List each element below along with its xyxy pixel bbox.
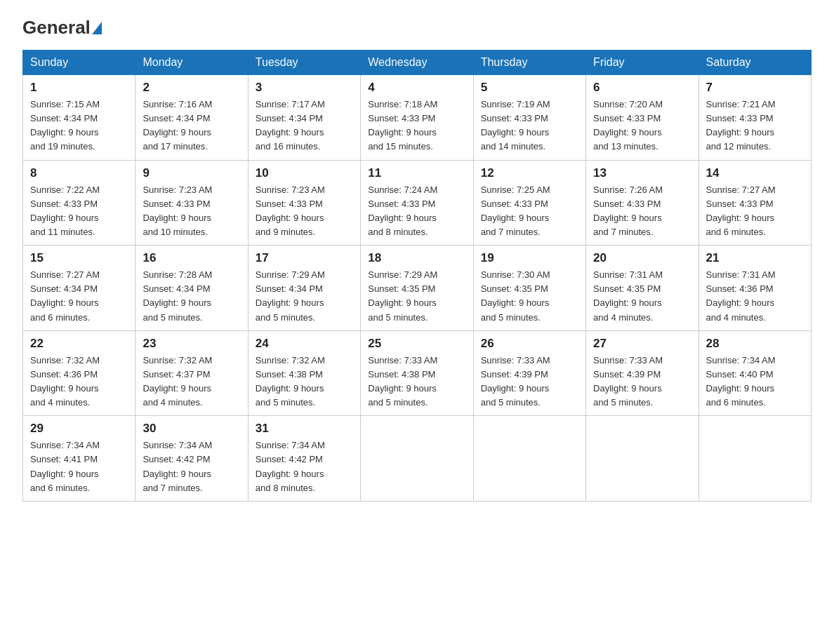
day-number: 25 xyxy=(368,337,465,351)
day-info: Sunrise: 7:23 AMSunset: 4:33 PMDaylight:… xyxy=(256,183,353,240)
day-number: 7 xyxy=(706,81,804,95)
calendar-cell xyxy=(473,416,585,502)
calendar-week-row: 29Sunrise: 7:34 AMSunset: 4:41 PMDayligh… xyxy=(23,416,812,502)
calendar-cell: 20Sunrise: 7:31 AMSunset: 4:35 PMDayligh… xyxy=(586,246,699,331)
calendar-table: SundayMondayTuesdayWednesdayThursdayFrid… xyxy=(22,50,812,502)
calendar-cell: 13Sunrise: 7:26 AMSunset: 4:33 PMDayligh… xyxy=(586,160,699,246)
calendar-cell: 25Sunrise: 7:33 AMSunset: 4:38 PMDayligh… xyxy=(361,330,473,416)
calendar-cell: 27Sunrise: 7:33 AMSunset: 4:39 PMDayligh… xyxy=(586,330,699,416)
calendar-cell xyxy=(699,416,811,502)
day-info: Sunrise: 7:18 AMSunset: 4:33 PMDaylight:… xyxy=(368,98,465,154)
day-info: Sunrise: 7:33 AMSunset: 4:39 PMDaylight:… xyxy=(481,354,578,410)
day-number: 29 xyxy=(30,422,128,436)
day-info: Sunrise: 7:27 AMSunset: 4:34 PMDaylight:… xyxy=(30,268,128,325)
day-number: 3 xyxy=(256,81,353,95)
calendar-cell: 18Sunrise: 7:29 AMSunset: 4:35 PMDayligh… xyxy=(361,246,473,331)
calendar-cell: 24Sunrise: 7:32 AMSunset: 4:38 PMDayligh… xyxy=(248,330,360,416)
day-info: Sunrise: 7:32 AMSunset: 4:38 PMDaylight:… xyxy=(256,354,353,410)
day-info: Sunrise: 7:34 AMSunset: 4:42 PMDaylight:… xyxy=(256,438,353,495)
day-number: 2 xyxy=(143,81,240,95)
day-info: Sunrise: 7:34 AMSunset: 4:41 PMDaylight:… xyxy=(30,438,128,495)
day-number: 20 xyxy=(593,251,691,265)
calendar-cell: 8Sunrise: 7:22 AMSunset: 4:33 PMDaylight… xyxy=(23,160,135,246)
calendar-cell: 3Sunrise: 7:17 AMSunset: 4:34 PMDaylight… xyxy=(248,75,360,161)
day-number: 16 xyxy=(143,251,240,265)
day-header-monday: Monday xyxy=(135,51,248,75)
day-info: Sunrise: 7:34 AMSunset: 4:42 PMDaylight:… xyxy=(143,438,240,495)
day-header-tuesday: Tuesday xyxy=(248,51,360,75)
logo-arrow-icon xyxy=(92,22,102,34)
day-number: 17 xyxy=(256,251,353,265)
day-number: 10 xyxy=(256,166,353,180)
calendar-cell: 7Sunrise: 7:21 AMSunset: 4:33 PMDaylight… xyxy=(699,75,811,161)
calendar-cell: 16Sunrise: 7:28 AMSunset: 4:34 PMDayligh… xyxy=(135,246,248,331)
day-info: Sunrise: 7:19 AMSunset: 4:33 PMDaylight:… xyxy=(481,98,578,154)
day-number: 31 xyxy=(256,422,353,436)
calendar-cell xyxy=(361,416,473,502)
day-number: 4 xyxy=(368,81,465,95)
day-header-thursday: Thursday xyxy=(473,51,585,75)
day-number: 22 xyxy=(30,337,128,351)
day-header-wednesday: Wednesday xyxy=(361,51,473,75)
day-number: 19 xyxy=(481,251,578,265)
day-number: 15 xyxy=(30,251,128,265)
calendar-header-row: SundayMondayTuesdayWednesdayThursdayFrid… xyxy=(23,51,812,75)
calendar-cell: 12Sunrise: 7:25 AMSunset: 4:33 PMDayligh… xyxy=(473,160,585,246)
calendar-cell: 1Sunrise: 7:15 AMSunset: 4:34 PMDaylight… xyxy=(23,75,135,161)
calendar-cell: 26Sunrise: 7:33 AMSunset: 4:39 PMDayligh… xyxy=(473,330,585,416)
day-info: Sunrise: 7:33 AMSunset: 4:38 PMDaylight:… xyxy=(368,354,465,410)
calendar-cell: 10Sunrise: 7:23 AMSunset: 4:33 PMDayligh… xyxy=(248,160,360,246)
day-number: 1 xyxy=(30,81,128,95)
day-info: Sunrise: 7:29 AMSunset: 4:34 PMDaylight:… xyxy=(256,268,353,325)
day-number: 6 xyxy=(593,81,691,95)
calendar-cell: 2Sunrise: 7:16 AMSunset: 4:34 PMDaylight… xyxy=(135,75,248,161)
logo-general-text: General xyxy=(22,17,103,39)
day-info: Sunrise: 7:20 AMSunset: 4:33 PMDaylight:… xyxy=(593,98,691,154)
calendar-cell: 19Sunrise: 7:30 AMSunset: 4:35 PMDayligh… xyxy=(473,246,585,331)
day-number: 24 xyxy=(256,337,353,351)
calendar-cell: 30Sunrise: 7:34 AMSunset: 4:42 PMDayligh… xyxy=(135,416,248,502)
day-number: 13 xyxy=(593,166,691,180)
day-info: Sunrise: 7:32 AMSunset: 4:37 PMDaylight:… xyxy=(143,354,240,410)
day-info: Sunrise: 7:28 AMSunset: 4:34 PMDaylight:… xyxy=(143,268,240,325)
day-number: 26 xyxy=(481,337,578,351)
day-info: Sunrise: 7:23 AMSunset: 4:33 PMDaylight:… xyxy=(143,183,240,240)
calendar-cell: 15Sunrise: 7:27 AMSunset: 4:34 PMDayligh… xyxy=(23,246,135,331)
day-info: Sunrise: 7:31 AMSunset: 4:35 PMDaylight:… xyxy=(593,268,691,325)
calendar-cell: 6Sunrise: 7:20 AMSunset: 4:33 PMDaylight… xyxy=(586,75,699,161)
calendar-cell: 11Sunrise: 7:24 AMSunset: 4:33 PMDayligh… xyxy=(361,160,473,246)
page-header: General xyxy=(22,17,812,39)
calendar-week-row: 1Sunrise: 7:15 AMSunset: 4:34 PMDaylight… xyxy=(23,75,812,161)
day-info: Sunrise: 7:21 AMSunset: 4:33 PMDaylight:… xyxy=(706,98,804,154)
calendar-cell: 28Sunrise: 7:34 AMSunset: 4:40 PMDayligh… xyxy=(699,330,811,416)
calendar-cell: 4Sunrise: 7:18 AMSunset: 4:33 PMDaylight… xyxy=(361,75,473,161)
calendar-cell: 9Sunrise: 7:23 AMSunset: 4:33 PMDaylight… xyxy=(135,160,248,246)
day-info: Sunrise: 7:27 AMSunset: 4:33 PMDaylight:… xyxy=(706,183,804,240)
day-number: 5 xyxy=(481,81,578,95)
day-number: 12 xyxy=(481,166,578,180)
day-info: Sunrise: 7:25 AMSunset: 4:33 PMDaylight:… xyxy=(481,183,578,240)
day-info: Sunrise: 7:24 AMSunset: 4:33 PMDaylight:… xyxy=(368,183,465,240)
day-number: 23 xyxy=(143,337,240,351)
day-header-sunday: Sunday xyxy=(23,51,135,75)
calendar-cell: 23Sunrise: 7:32 AMSunset: 4:37 PMDayligh… xyxy=(135,330,248,416)
day-info: Sunrise: 7:30 AMSunset: 4:35 PMDaylight:… xyxy=(481,268,578,325)
day-info: Sunrise: 7:15 AMSunset: 4:34 PMDaylight:… xyxy=(30,98,128,154)
day-header-saturday: Saturday xyxy=(699,51,811,75)
day-info: Sunrise: 7:32 AMSunset: 4:36 PMDaylight:… xyxy=(30,354,128,410)
calendar-cell: 17Sunrise: 7:29 AMSunset: 4:34 PMDayligh… xyxy=(248,246,360,331)
calendar-cell: 14Sunrise: 7:27 AMSunset: 4:33 PMDayligh… xyxy=(699,160,811,246)
day-info: Sunrise: 7:26 AMSunset: 4:33 PMDaylight:… xyxy=(593,183,691,240)
calendar-cell: 29Sunrise: 7:34 AMSunset: 4:41 PMDayligh… xyxy=(23,416,135,502)
day-number: 8 xyxy=(30,166,128,180)
day-number: 18 xyxy=(368,251,465,265)
day-info: Sunrise: 7:22 AMSunset: 4:33 PMDaylight:… xyxy=(30,183,128,240)
day-number: 30 xyxy=(143,422,240,436)
calendar-week-row: 15Sunrise: 7:27 AMSunset: 4:34 PMDayligh… xyxy=(23,246,812,331)
day-info: Sunrise: 7:29 AMSunset: 4:35 PMDaylight:… xyxy=(368,268,465,325)
day-number: 14 xyxy=(706,166,804,180)
day-header-friday: Friday xyxy=(586,51,699,75)
day-info: Sunrise: 7:33 AMSunset: 4:39 PMDaylight:… xyxy=(593,354,691,410)
day-info: Sunrise: 7:31 AMSunset: 4:36 PMDaylight:… xyxy=(706,268,804,325)
calendar-cell: 22Sunrise: 7:32 AMSunset: 4:36 PMDayligh… xyxy=(23,330,135,416)
